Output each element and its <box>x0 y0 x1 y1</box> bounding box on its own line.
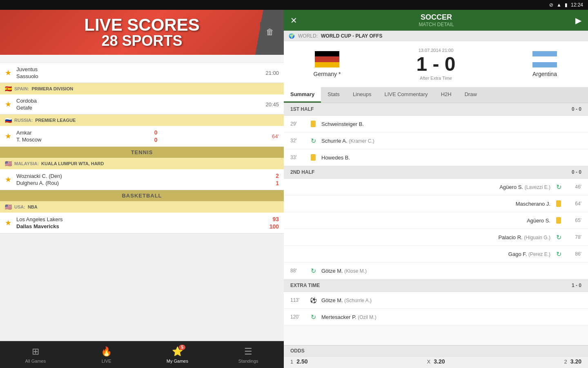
event-row: 64' Mascherano J. <box>284 195 588 212</box>
left-panel: LIVE SCORES 28 SPORTS 🗑 ★ Juventus Sassu… <box>0 10 284 368</box>
event-minute: 86' <box>567 251 581 257</box>
malaysia-flag: 🇺🇸 <box>5 160 12 167</box>
match-item[interactable]: ★ Juventus Sassuolo 21:00 <box>0 63 284 83</box>
team1-name: Amkar <box>16 130 41 136</box>
match-teams: Amkar T. Moscow <box>16 130 41 143</box>
event-minute: 65' <box>567 218 581 223</box>
title-area: SOCCER MATCH DETAIL <box>419 13 454 27</box>
event-player: Palacio R. (Higuain G.) <box>290 234 550 240</box>
tab-lineups[interactable]: Lineups <box>346 87 378 103</box>
star-icon[interactable]: ★ <box>5 175 11 184</box>
odds-row: 1 2.50 X 3.20 2 3.20 <box>284 356 588 368</box>
event-row: 120' ↻ Mertesacker P. (Ozil M.) <box>284 309 588 325</box>
tab-live-commentary[interactable]: LIVE Commentary <box>378 87 434 103</box>
match-scores: 0 0 <box>154 129 158 143</box>
period-score: 1 - 0 <box>572 283 581 288</box>
nav-my-games-label: My Games <box>167 359 188 364</box>
league-name: NBA <box>28 204 38 209</box>
score1: 0 <box>154 129 158 136</box>
match-item[interactable]: ★ Wozniacki C. (Den) Dulgheru A. (Rou) 2… <box>0 169 284 190</box>
home-team-name: Germany * <box>314 71 341 77</box>
league-name: PREMIER LEAGUE <box>35 118 76 123</box>
match-item[interactable]: ★ Amkar T. Moscow 0 0 64' <box>0 126 284 147</box>
battery-icon: ▮ <box>565 2 568 8</box>
sub-icon: ↻ <box>308 266 318 276</box>
score2: 100 <box>270 223 279 230</box>
nav-all-games-label: All Games <box>25 359 46 364</box>
score1: 2 <box>276 173 279 179</box>
country-name: USA: <box>14 204 25 209</box>
banner-text: LIVE SCORES 28 SPORTS <box>84 16 199 48</box>
match-teams: Los Angeles Lakers Dallas Mavericks <box>16 216 62 229</box>
match-item[interactable]: ★ Los Angeles Lakers Dallas Mavericks 93… <box>0 213 284 233</box>
sub-icon: ↻ <box>308 312 318 322</box>
match-scores: 93 100 <box>270 216 279 230</box>
period-label: 2ND HALF <box>290 169 314 175</box>
star-icon[interactable]: ★ <box>5 218 11 227</box>
match-score: 1 - 0 <box>416 54 455 74</box>
scores-list: ★ Juventus Sassuolo 21:00 🇪🇸 SPAIN: PRIM… <box>0 55 284 341</box>
score-center: 13.07.2014 21:00 1 - 0 After Extra Time <box>416 48 455 81</box>
event-row: 113' ⚽ Götze M. (Schurrle A.) <box>284 292 588 309</box>
competition-country: WORLD: <box>298 33 318 39</box>
tab-summary[interactable]: Summary <box>284 87 321 103</box>
league-header-spain: 🇪🇸 SPAIN: PRIMERA DIVISION <box>0 83 284 94</box>
nav-live[interactable]: 🔥 LIVE <box>71 341 142 368</box>
odds-away-value: 3.20 <box>570 358 581 365</box>
events-area: 1ST HALF 0 - 0 29' Schweinsteiger B. 32'… <box>284 103 588 345</box>
league-header-russia: 🇷🇺 RUSSIA: PREMIER LEAGUE <box>0 114 284 126</box>
tab-h2h[interactable]: H2H <box>434 87 458 103</box>
event-player: Schurrle A. (Kramer C.) <box>321 138 581 144</box>
tab-draw[interactable]: Draw <box>458 87 483 103</box>
basketball-section: BASKETBALL <box>0 190 284 201</box>
flag-stripe-black <box>315 51 339 56</box>
league-name: KUALA LUMPUR WTA, HARD <box>41 161 104 166</box>
russia-flag: 🇷🇺 <box>5 117 12 123</box>
section-label: TENNIS <box>131 149 153 155</box>
star-icon[interactable]: ★ <box>5 132 11 141</box>
spain-flag: 🇪🇸 <box>5 85 12 92</box>
nav-standings[interactable]: ☰ Standings <box>213 341 284 368</box>
match-teams: Wozniacki C. (Den) Dulgheru A. (Rou) <box>16 173 62 186</box>
status-bar: ⊘ ▲ ▮ 12:24 <box>0 0 588 10</box>
team1-name: Wozniacki C. (Den) <box>16 173 62 179</box>
blocked-icon: ⊘ <box>549 2 553 8</box>
match-item[interactable]: ★ Cordoba Getafe 20:45 <box>0 94 284 114</box>
nav-all-games[interactable]: ⊞ All Games <box>0 341 71 368</box>
yellow-card-icon <box>554 199 564 209</box>
star-icon[interactable]: ★ <box>5 68 11 77</box>
section-label: BASKETBALL <box>122 193 162 199</box>
star-icon[interactable]: ★ <box>5 100 11 109</box>
event-player: Agüero S. (Lavezzi E.) <box>290 184 550 190</box>
nav-my-games[interactable]: 5 ⭐ My Games <box>142 341 213 368</box>
team1-name: Los Angeles Lakers <box>16 216 62 222</box>
league-header-nba: 🇺🇸 USA: NBA <box>0 201 284 213</box>
league-header-malaysia: 🇺🇸 MALAYSIA: KUALA LUMPUR WTA, HARD <box>0 158 284 169</box>
event-row: 65' Agüero S. <box>284 212 588 229</box>
country-name: RUSSIA: <box>14 118 33 123</box>
close-button[interactable]: ✕ <box>290 16 297 25</box>
odds-section: ODDS 1 2.50 X 3.20 2 3.20 <box>284 345 588 368</box>
period-label: 1ST HALF <box>290 106 314 112</box>
trash-icon[interactable]: 🗑 <box>260 22 280 42</box>
competition-bar: 🌍 WORLD: WORLD CUP - PLAY OFFS <box>284 31 588 41</box>
team2-name: Getafe <box>16 105 37 111</box>
forward-button[interactable]: ▶ <box>575 16 581 25</box>
team2-name: T. Moscow <box>16 137 41 143</box>
home-team-side: Germany * <box>290 51 364 77</box>
team2-name: Dulgheru A. (Rou) <box>16 180 62 186</box>
league-name: PRIMERA DIVISION <box>31 86 73 91</box>
tab-stats[interactable]: Stats <box>321 87 346 103</box>
period-score: 0 - 0 <box>572 106 581 112</box>
flag-stripe-gold <box>315 62 339 67</box>
yellow-card-icon <box>554 215 564 225</box>
event-minute: 78' <box>567 234 581 240</box>
odds-home: 1 2.50 <box>290 358 388 365</box>
soccer-title: SOCCER <box>419 13 454 22</box>
match-teams: Cordoba Getafe <box>16 98 37 111</box>
period-label: EXTRA TIME <box>290 283 320 288</box>
flag-stripe-red <box>315 56 339 62</box>
my-games-badge: 5 <box>179 345 185 350</box>
event-minute: 64' <box>567 201 581 206</box>
status-time: 12:24 <box>571 2 583 8</box>
